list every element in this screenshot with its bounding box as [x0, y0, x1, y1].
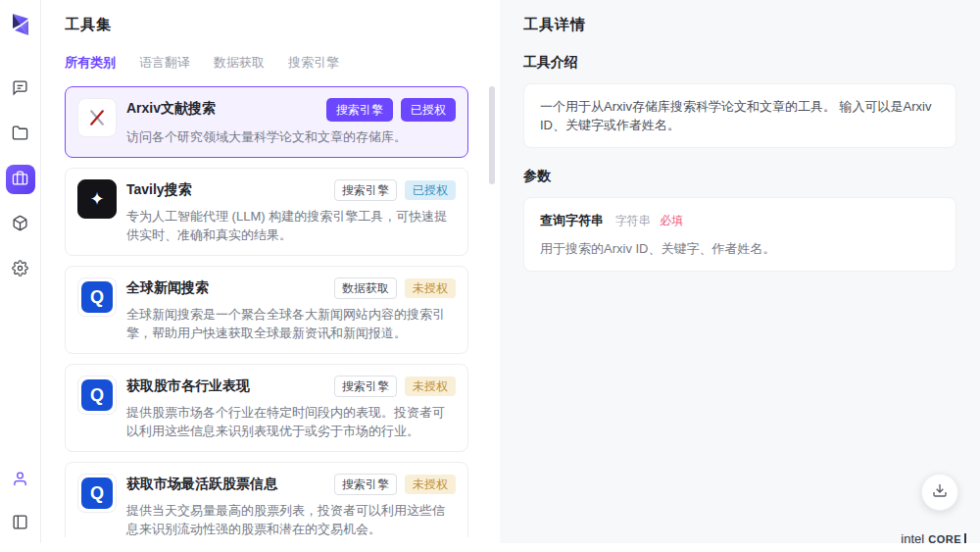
stock-provider-icon: Q [77, 376, 117, 415]
sidebar-item-collapse[interactable] [6, 509, 35, 538]
tool-card[interactable]: ✦ Tavily搜索 搜索引擎 已授权 专为人工智能代理 (LLM) 构建的搜索… [65, 168, 468, 256]
tool-title: 全球新闻搜索 [126, 277, 209, 297]
package-icon [12, 215, 28, 235]
sidebar [0, 0, 41, 552]
list-scrollbar [489, 86, 495, 532]
app-window: 工具集 所有类别 语言翻译 数据获取 搜索引擎 Arxiv文献搜索 [0, 0, 980, 552]
sidebar-nav [6, 75, 35, 284]
tools-panel: 工具集 所有类别 语言翻译 数据获取 搜索引擎 Arxiv文献搜索 [41, 0, 500, 552]
sidebar-item-plugins[interactable] [6, 210, 35, 239]
detail-panel-title: 工具详情 [523, 16, 956, 34]
params-heading: 参数 [523, 168, 956, 185]
tool-card[interactable]: Q 获取股市各行业表现 搜索引擎 未授权 提供股票市场各个行业在特定时间段内的表… [65, 364, 468, 452]
app-logo-icon [9, 12, 32, 37]
intro-text: 一个用于从Arxiv存储库搜索科学论文和文章的工具。 输入可以是Arxiv ID… [540, 99, 931, 132]
news-provider-icon: Q [77, 277, 117, 317]
sidebar-bottom [6, 466, 35, 538]
intro-heading: 工具介绍 [523, 54, 956, 72]
sidebar-item-toolbox[interactable] [6, 165, 35, 194]
intro-card: 一个用于从Arxiv存储库搜索科学论文和文章的工具。 输入可以是Arxiv ID… [523, 83, 956, 148]
tool-card[interactable]: Q 全球新闻搜索 数据获取 未授权 全球新闻搜索是一个聚合全球各大新闻网站内容的… [65, 266, 468, 354]
tab-data-fetch[interactable]: 数据获取 [214, 54, 265, 72]
tool-description: 访问各个研究领域大量科学论文和文章的存储库。 [126, 127, 456, 146]
sidebar-item-chat[interactable] [6, 75, 35, 104]
scrollbar-thumb[interactable] [489, 86, 495, 184]
tools-panel-title: 工具集 [65, 16, 500, 34]
category-badge: 搜索引擎 [334, 474, 397, 495]
tool-card[interactable]: Q 获取市场最活跃股票信息 搜索引擎 未授权 提供当天交易量最高的股票列表，投资… [65, 462, 468, 537]
category-button[interactable]: 搜索引擎 [326, 98, 393, 122]
param-description: 用于搜索的Arxiv ID、关键字、作者姓名。 [540, 239, 940, 258]
tool-title: 获取市场最活跃股票信息 [126, 474, 277, 493]
authorized-badge: 已授权 [405, 180, 456, 200]
unauthorized-badge: 未授权 [405, 376, 456, 396]
tool-description: 全球新闻搜索是一个聚合全球各大新闻网站内容的搜索引擎，帮助用户快速获取全球最新资… [126, 305, 456, 342]
folder-icon [12, 125, 28, 145]
download-button[interactable] [921, 474, 958, 511]
unauthorized-badge: 未授权 [405, 278, 456, 298]
param-required-badge: 必填 [660, 214, 683, 227]
param-name: 查询字符串 [540, 213, 604, 227]
param-type: 字符串 [615, 214, 651, 227]
download-icon [932, 482, 948, 502]
tool-title: Arxiv文献搜索 [126, 98, 216, 118]
tool-card[interactable]: Arxiv文献搜索 搜索引擎 已授权 访问各个研究领域大量科学论文和文章的存储库… [65, 86, 468, 158]
tool-title: Tavily搜索 [126, 179, 192, 199]
stock-provider-icon: Q [77, 474, 117, 513]
tool-card-list: Arxiv文献搜索 搜索引擎 已授权 访问各个研究领域大量科学论文和文章的存储库… [65, 86, 468, 537]
tool-title: 获取股市各行业表现 [126, 376, 250, 395]
panel-toggle-icon [12, 514, 28, 534]
gear-icon [12, 260, 28, 280]
category-badge: 数据获取 [334, 277, 397, 299]
briefcase-icon [12, 170, 28, 190]
bottom-strip [0, 543, 980, 552]
chat-icon [12, 79, 28, 100]
param-header: 查询字符串 字符串 必填 [540, 211, 940, 230]
user-icon [12, 471, 28, 491]
param-card: 查询字符串 字符串 必填 用于搜索的Arxiv ID、关键字、作者姓名。 [523, 197, 956, 272]
tavily-star-icon: ✦ [77, 179, 117, 219]
unauthorized-badge: 未授权 [405, 475, 456, 494]
sidebar-item-settings[interactable] [6, 255, 35, 284]
tab-all-categories[interactable]: 所有类别 [65, 54, 116, 72]
authorized-button[interactable]: 已授权 [401, 98, 456, 122]
tool-description: 提供当天交易量最高的股票列表，投资者可以利用这些信息来识别流动性强的股票和潜在的… [126, 501, 456, 537]
tab-search-engine[interactable]: 搜索引擎 [288, 54, 339, 72]
category-badge: 搜索引擎 [334, 179, 397, 201]
tool-description: 提供股票市场各个行业在特定时间段内的表现。投资者可以利用这些信息来识别表现优于或… [126, 403, 456, 440]
sidebar-item-files[interactable] [6, 120, 35, 149]
tool-description: 专为人工智能代理 (LLM) 构建的搜索引擎工具，可快速提供实时、准确和真实的结… [126, 207, 456, 244]
category-tabs: 所有类别 语言翻译 数据获取 搜索引擎 [65, 54, 500, 72]
arxiv-icon [77, 98, 117, 137]
tool-detail-panel: 工具详情 工具介绍 一个用于从Arxiv存储库搜索科学论文和文章的工具。 输入可… [500, 0, 980, 552]
category-badge: 搜索引擎 [334, 376, 397, 397]
tab-translation[interactable]: 语言翻译 [139, 54, 190, 72]
sidebar-item-account[interactable] [6, 466, 35, 495]
